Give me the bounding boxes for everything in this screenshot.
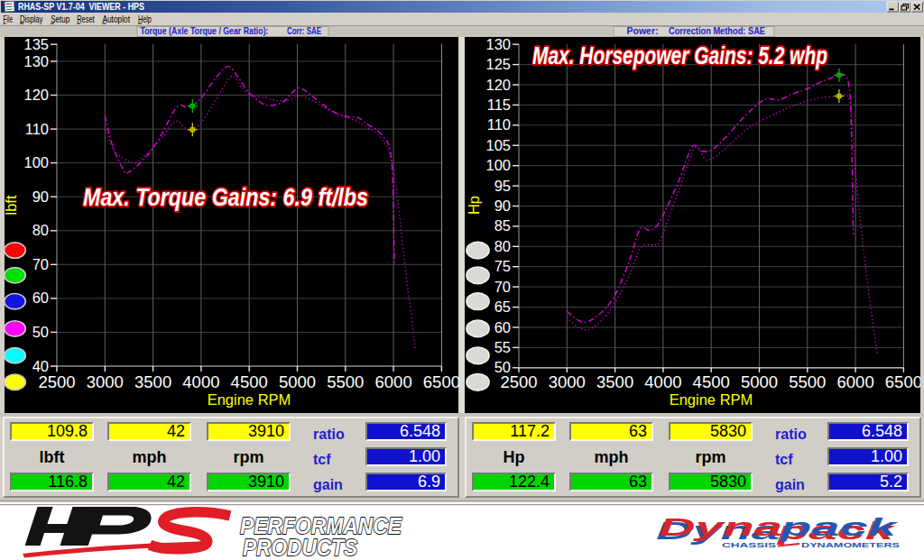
svg-text:50: 50 xyxy=(32,324,49,340)
svg-text:110: 110 xyxy=(487,116,511,133)
svg-text:Display: Display xyxy=(20,14,43,24)
svg-text:Help: Help xyxy=(138,14,152,24)
svg-text:5000: 5000 xyxy=(741,372,778,391)
svg-text:75: 75 xyxy=(494,258,511,274)
svg-text:65: 65 xyxy=(494,298,511,315)
svg-text:80: 80 xyxy=(494,238,511,254)
svg-text:2500: 2500 xyxy=(38,372,75,391)
svg-text:2500: 2500 xyxy=(500,372,537,391)
svg-text:3000: 3000 xyxy=(87,372,124,391)
svg-text:115: 115 xyxy=(487,96,511,113)
svg-text:4500: 4500 xyxy=(231,372,268,391)
svg-text:3500: 3500 xyxy=(134,372,171,391)
svg-text:6500: 6500 xyxy=(885,372,922,391)
svg-text:4500: 4500 xyxy=(693,372,730,391)
svg-text:85: 85 xyxy=(494,217,511,234)
svg-text:Autoplot: Autoplot xyxy=(102,14,130,24)
svg-text:DYNAMOMETERS: DYNAMOMETERS xyxy=(801,541,901,549)
svg-text:90: 90 xyxy=(494,197,511,214)
svg-text:3500: 3500 xyxy=(596,372,633,391)
svg-text:PRODUCTS: PRODUCTS xyxy=(243,534,357,560)
svg-text:130: 130 xyxy=(23,53,49,69)
svg-text:6000: 6000 xyxy=(375,372,412,391)
svg-text:3000: 3000 xyxy=(549,372,586,391)
svg-text:120: 120 xyxy=(23,87,49,103)
svg-text:100: 100 xyxy=(23,154,49,170)
svg-text:110: 110 xyxy=(25,121,49,137)
svg-text:60: 60 xyxy=(494,319,511,335)
svg-text:125: 125 xyxy=(485,56,511,72)
svg-text:CHASSIS: CHASSIS xyxy=(722,541,777,549)
svg-text:File: File xyxy=(4,14,14,24)
svg-text:6000: 6000 xyxy=(837,372,874,391)
svg-text:5000: 5000 xyxy=(279,372,316,391)
svg-text:130: 130 xyxy=(485,36,511,52)
svg-text:Engine RPM: Engine RPM xyxy=(670,391,753,408)
svg-text:Correction Method: SAE: Correction Method: SAE xyxy=(669,25,765,36)
svg-text:Torque (Axle Torque / Gear Rat: Torque (Axle Torque / Gear Ratio): xyxy=(141,25,269,36)
svg-text:Max. Torque Gains: 6.9 ft/lbs: Max. Torque Gains: 6.9 ft/lbs xyxy=(83,182,368,211)
svg-text:105: 105 xyxy=(485,137,511,153)
svg-text:Reset: Reset xyxy=(77,14,94,24)
svg-text:135: 135 xyxy=(23,36,49,52)
svg-text:Corr: SAE: Corr: SAE xyxy=(287,25,321,36)
svg-text:95: 95 xyxy=(494,178,511,194)
svg-text:5500: 5500 xyxy=(789,372,826,391)
svg-text:pack: pack xyxy=(779,513,899,541)
svg-text:Setup: Setup xyxy=(51,14,69,24)
svg-text:55: 55 xyxy=(494,339,511,355)
svg-text:Dyna: Dyna xyxy=(659,513,782,541)
svg-text:Max. Horsepower Gains: 5.2 wh: Max. Horsepower Gains: 5.2 whp xyxy=(532,41,827,69)
svg-text:100: 100 xyxy=(485,157,511,173)
svg-text:Hp: Hp xyxy=(466,196,482,215)
svg-text:90: 90 xyxy=(32,188,49,205)
svg-text:70: 70 xyxy=(32,256,49,272)
svg-text:6500: 6500 xyxy=(423,372,460,391)
svg-text:4000: 4000 xyxy=(644,372,681,391)
svg-text:80: 80 xyxy=(32,222,49,238)
svg-text:120: 120 xyxy=(485,77,511,93)
svg-text:4000: 4000 xyxy=(182,372,219,391)
svg-text:5500: 5500 xyxy=(327,372,364,391)
svg-text:70: 70 xyxy=(494,279,511,295)
svg-text:RHAS-SP V1.7-04 VIEWER - HPS: RHAS-SP V1.7-04 VIEWER - HPS xyxy=(18,1,144,12)
svg-text:Power:: Power: xyxy=(627,25,659,36)
svg-text:lbft: lbft xyxy=(3,195,19,215)
svg-text:Engine RPM: Engine RPM xyxy=(208,391,291,408)
svg-text:60: 60 xyxy=(32,289,49,306)
